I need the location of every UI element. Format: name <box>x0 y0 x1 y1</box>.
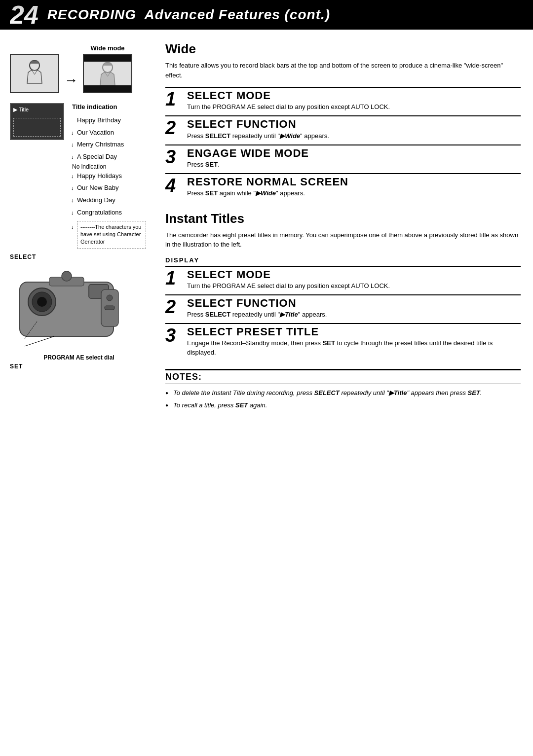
title-item-4: ↓A Special Day <box>77 151 146 163</box>
step-number-4: 4 <box>165 174 183 202</box>
instant-step-2: 2 Select Function Press SELECT repeatedl… <box>165 294 521 323</box>
title-items-list: Happy Birthday ↓Our Vacation ↓Merry Chri… <box>77 114 146 163</box>
step-3-content: Engage Wide Mode Press SET. <box>183 145 521 173</box>
camera-illustration <box>10 262 128 351</box>
title-item-6: ↓Our New Baby <box>77 182 146 194</box>
instant-step-2-heading: Select Function <box>187 297 521 309</box>
step-2-text: Press SELECT repeatedly until "▶Wide" ap… <box>187 132 521 141</box>
step-2-heading: Select Function <box>187 118 521 130</box>
wide-step-3: 3 Engage Wide Mode Press SET. <box>165 144 521 173</box>
person-normal-svg <box>17 59 52 88</box>
wide-mode-illustration: → Wide mode <box>10 44 148 93</box>
instant-step-2-text: Press SELECT repeatedly until "▶Title" a… <box>187 310 521 319</box>
instant-step-1: 1 Select Mode Turn the PROGRAM AE select… <box>165 266 521 294</box>
instant-titles-section: Instant Titles The camcorder has eight p… <box>165 211 521 410</box>
recording-label: RECORDING <box>47 7 136 22</box>
notes-section: Notes: To delete the Instant Title durin… <box>165 369 521 410</box>
instant-step-number-2: 2 <box>165 295 183 323</box>
normal-screen-box <box>10 54 59 93</box>
wide-steps: 1 Select Mode Turn the PROGRAM AE select… <box>165 87 521 202</box>
title-item-5: ↓Happy Holidays <box>77 170 146 182</box>
page-header: 24 RECORDING RECORDING Advanced Features… <box>0 0 533 30</box>
step-1-content: Select Mode Turn the PROGRAM AE select d… <box>183 88 521 115</box>
person-wide-svg <box>90 61 125 86</box>
arrow-icon: → <box>64 72 78 88</box>
instant-step-1-heading: Select Mode <box>187 269 521 281</box>
title-items-list-2: ↓Happy Holidays ↓Our New Baby ↓Wedding D… <box>77 170 146 219</box>
step-number-3: 3 <box>165 145 183 173</box>
camera-section: SELECT <box>10 253 148 370</box>
notes-item-1: To delete the Instant Title during recor… <box>165 388 521 398</box>
title-item-8: ↓Congratulations <box>77 207 146 219</box>
main-content: → Wide mode ▶ Title <box>0 30 533 423</box>
title-item-1: Happy Birthday <box>77 114 146 127</box>
step-4-content: Restore Normal Screen Press SET again wh… <box>183 174 521 202</box>
instant-step-3-heading: Select Preset Title <box>187 326 521 338</box>
step-3-heading: Engage Wide Mode <box>187 147 521 159</box>
instant-step-number-3: 3 <box>165 324 183 361</box>
instant-step-3-content: Select Preset Title Engage the Record–St… <box>183 324 521 361</box>
title-indication-label: Title indication <box>72 103 146 110</box>
program-ae-label: PROGRAM AE select dial <box>10 354 148 361</box>
select-label: SELECT <box>10 253 148 260</box>
title-screen-inner <box>13 118 61 137</box>
notes-item-2: To recall a title, press SET again. <box>165 400 521 410</box>
wide-section-desc: This feature allows you to record black … <box>165 61 521 80</box>
title-screen-box: ▶ Title <box>10 103 64 140</box>
page-number: 24 <box>10 2 38 28</box>
wide-screen-box: Wide mode <box>83 44 132 93</box>
instant-step-2-content: Select Function Press SELECT repeatedly … <box>183 295 521 323</box>
notes-title: Notes: <box>165 369 521 384</box>
normal-screen-image <box>10 54 59 93</box>
display-label: Display <box>165 256 521 264</box>
svg-rect-10 <box>105 306 114 310</box>
camera-svg <box>10 262 128 349</box>
title-play-display: ▶ Title <box>13 107 61 113</box>
title-item-7: ↓Wedding Day <box>77 194 146 207</box>
step-4-heading: Restore Normal Screen <box>187 176 521 188</box>
title-list-container: Title indication Happy Birthday ↓Our Vac… <box>72 103 146 249</box>
instant-step-1-content: Select Mode Turn the PROGRAM AE select d… <box>183 267 521 294</box>
step-number-1: 1 <box>165 88 183 115</box>
wide-screen-image <box>83 54 132 93</box>
step-number-2: 2 <box>165 116 183 144</box>
svg-point-5 <box>37 297 47 307</box>
right-column: Wide This feature allows you to record b… <box>153 30 533 423</box>
step-1-heading: Select Mode <box>187 90 521 102</box>
wide-step-1: 1 Select Mode Turn the PROGRAM AE select… <box>165 87 521 115</box>
step-4-text: Press SET again while "▶Wide" appears. <box>187 189 521 198</box>
step-3-text: Press SET. <box>187 160 521 169</box>
chars-note: --------The characters you have set usin… <box>77 221 146 249</box>
wide-section-title: Wide <box>165 41 521 57</box>
instant-step-number-1: 1 <box>165 267 183 294</box>
title-item-3: ↓Merry Christmas <box>77 139 146 151</box>
page-title: RECORDING RECORDING Advanced Features (c… <box>47 7 330 23</box>
instant-titles-desc: The camcorder has eight preset titles in… <box>165 230 521 250</box>
title-diagram: ▶ Title Title indication Happy Birthday … <box>10 103 148 249</box>
svg-line-13 <box>25 336 54 346</box>
instant-titles-title: Instant Titles <box>165 211 521 226</box>
svg-point-11 <box>62 271 72 281</box>
wide-step-4: 4 Restore Normal Screen Press SET again … <box>165 173 521 202</box>
instant-titles-steps: 1 Select Mode Turn the PROGRAM AE select… <box>165 266 521 361</box>
title-item-arrow-down: ↓ --------The characters you have set us… <box>77 221 146 249</box>
step-1-text: Turn the PROGRAM AE select dial to any p… <box>187 103 521 111</box>
left-column: → Wide mode ▶ Title <box>0 30 153 423</box>
no-indication-label: No indication <box>72 163 146 170</box>
notes-list: To delete the Instant Title during recor… <box>165 388 521 410</box>
title-item-2: ↓Our Vacation <box>77 127 146 139</box>
svg-point-9 <box>107 295 113 301</box>
instant-step-1-text: Turn the PROGRAM AE select dial to any p… <box>187 282 521 290</box>
wide-step-2: 2 Select Function Press SELECT repeatedl… <box>165 115 521 144</box>
wide-mode-label: Wide mode <box>90 44 124 52</box>
step-2-content: Select Function Press SELECT repeatedly … <box>183 116 521 144</box>
instant-step-3-text: Engage the Record–Standby mode, then pre… <box>187 339 521 357</box>
instant-step-3: 3 Select Preset Title Engage the Record–… <box>165 323 521 361</box>
set-label: SET <box>10 363 148 370</box>
